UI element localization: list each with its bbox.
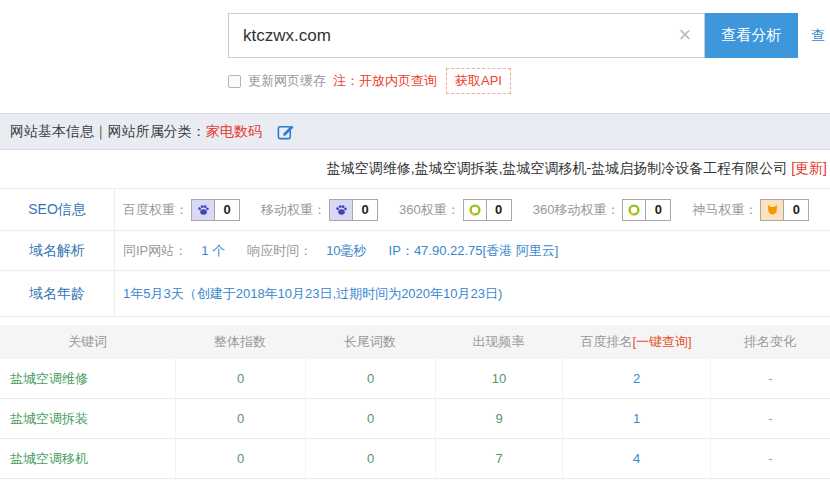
site-title-text: 盐城空调维修,盐城空调拆装,盐城空调移机-盐城启扬制冷设备工程有限公司 [327, 160, 787, 178]
site-info-header-bar: 网站基本信息 ｜网站所属分类： 家电数码 [0, 113, 830, 150]
overall-index-value: 0 [175, 399, 305, 438]
longtail-count-value: 0 [305, 439, 435, 478]
search-section: × 查看分析 查 更新网页缓存 注：开放内页查询 获取API [0, 0, 830, 113]
domain-resolution-label: 域名解析 [0, 231, 115, 270]
so360-mobile-weight-value: 0 [645, 200, 670, 220]
domain-age-value: 1年5月3天（创建于2018年10月23日,过期时间为2020年10月23日) [123, 285, 502, 303]
one-click-query-link[interactable]: [一键查询] [632, 334, 691, 349]
mobile-weight-label: 移动权重： [261, 201, 326, 219]
get-api-button[interactable]: 获取API [446, 68, 511, 94]
update-title-link[interactable]: [更新] [791, 160, 827, 178]
keyword-table-header: 关键词 整体指数 长尾词数 出现频率 百度排名[一键查询] 排名变化 [0, 325, 830, 359]
mobile-weight-value: 0 [352, 200, 377, 220]
header-baidu-rank: 百度排名[一键查询] [562, 325, 710, 359]
baidu-paw-icon [192, 200, 214, 220]
response-time-value: 10毫秒 [326, 242, 366, 260]
keyword-link[interactable]: 盐城空调拆装 [10, 411, 88, 426]
table-row: 盐城空调拆装 0 0 9 1 - [0, 399, 830, 439]
keyword-table: 关键词 整体指数 长尾词数 出现频率 百度排名[一键查询] 排名变化 盐城空调维… [0, 325, 830, 479]
overall-index-value: 0 [175, 359, 305, 398]
longtail-count-value: 0 [305, 359, 435, 398]
shenma-weight-value: 0 [783, 200, 808, 220]
seo-info-row: SEO信息 百度权重： 0 移动权重： [0, 189, 830, 231]
analyze-button[interactable]: 查看分析 [705, 13, 798, 58]
shenma-fox-icon [761, 200, 783, 220]
header-frequency: 出现频率 [435, 325, 562, 359]
rank-change-value: - [710, 359, 830, 398]
keyword-link[interactable]: 盐城空调维修 [10, 371, 88, 386]
header-rank-change: 排名变化 [710, 325, 830, 359]
header-baidu-rank-label: 百度排名 [580, 334, 632, 349]
baidu-weight-value: 0 [214, 200, 239, 220]
so360-weight-badge[interactable]: 0 [463, 199, 512, 221]
rank-change-value: - [710, 399, 830, 438]
so360-mobile-weight-label: 360移动权重： [533, 201, 620, 219]
table-row: 盐城空调移机 0 0 7 4 - [0, 439, 830, 479]
baidu-weight-group: 百度权重： 0 [123, 199, 240, 221]
so360-weight-label: 360权重： [399, 201, 460, 219]
cache-option-row: 更新网页缓存 注：开放内页查询 获取API [228, 68, 511, 94]
baidu-weight-label: 百度权重： [123, 201, 188, 219]
domain-age-label: 域名年龄 [0, 271, 115, 316]
ip-value[interactable]: IP：47.90.22.75[香港 阿里云] [389, 242, 559, 260]
category-label: ｜网站所属分类： [94, 123, 206, 141]
360-ring-icon [623, 200, 645, 220]
update-cache-checkbox[interactable] [228, 75, 241, 88]
frequency-value: 9 [435, 399, 562, 438]
domain-search-input[interactable] [228, 13, 705, 58]
header-overall-index: 整体指数 [175, 325, 305, 359]
header-keyword: 关键词 [0, 325, 175, 359]
frequency-value: 7 [435, 439, 562, 478]
rank-change-value: - [710, 439, 830, 478]
update-cache-label: 更新网页缓存 [248, 72, 326, 90]
seo-info-label: SEO信息 [0, 189, 115, 230]
shenma-weight-group: 神马权重： 0 [692, 199, 809, 221]
edit-category-icon[interactable] [276, 122, 295, 141]
keyword-link[interactable]: 盐城空调移机 [10, 451, 88, 466]
so360-weight-value: 0 [486, 200, 511, 220]
seo-query-page: { "colors": { "accent_button": "#3e97db"… [0, 0, 830, 483]
side-query-link[interactable]: 查 [811, 27, 825, 45]
so360-weight-group: 360权重： 0 [399, 199, 512, 221]
site-info-title: 网站基本信息 [10, 123, 94, 141]
longtail-count-value: 0 [305, 399, 435, 438]
header-longtail-count: 长尾词数 [305, 325, 435, 359]
baidu-rank-link[interactable]: 2 [633, 371, 640, 386]
so360-mobile-weight-badge[interactable]: 0 [622, 199, 671, 221]
shenma-weight-badge[interactable]: 0 [760, 199, 809, 221]
frequency-value: 10 [435, 359, 562, 398]
baidu-rank-link[interactable]: 4 [633, 451, 640, 466]
category-value: 家电数码 [206, 123, 262, 141]
domain-resolution-row: 域名解析 同IP网站： 1 个 响应时间： 10毫秒 IP：47.90.22.7… [0, 231, 830, 271]
same-ip-value[interactable]: 1 个 [201, 242, 225, 260]
mobile-weight-badge[interactable]: 0 [329, 199, 378, 221]
shenma-weight-label: 神马权重： [692, 201, 757, 219]
inner-page-query-link[interactable]: 注：开放内页查询 [333, 72, 437, 90]
baidu-weight-badge[interactable]: 0 [191, 199, 240, 221]
baidu-paw-icon [330, 200, 352, 220]
domain-age-row: 域名年龄 1年5月3天（创建于2018年10月23日,过期时间为2020年10月… [0, 271, 830, 317]
same-ip-label: 同IP网站： [123, 242, 187, 260]
mobile-weight-group: 移动权重： 0 [261, 199, 378, 221]
overall-index-value: 0 [175, 439, 305, 478]
seo-info-content: 百度权重： 0 移动权重： [115, 189, 830, 230]
clear-input-icon[interactable]: × [674, 21, 696, 49]
so360-mobile-weight-group: 360移动权重： 0 [533, 199, 672, 221]
response-time-label: 响应时间： [247, 242, 312, 260]
table-row: 盐城空调维修 0 0 10 2 - [0, 359, 830, 399]
domain-age-content: 1年5月3天（创建于2018年10月23日,过期时间为2020年10月23日) [115, 271, 830, 316]
360-ring-icon [464, 200, 486, 220]
domain-resolution-content: 同IP网站： 1 个 响应时间： 10毫秒 IP：47.90.22.75[香港 … [115, 231, 830, 270]
site-title-row: 盐城空调维修,盐城空调拆装,盐城空调移机-盐城启扬制冷设备工程有限公司 [更新] [0, 150, 830, 189]
baidu-rank-link[interactable]: 1 [633, 411, 640, 426]
